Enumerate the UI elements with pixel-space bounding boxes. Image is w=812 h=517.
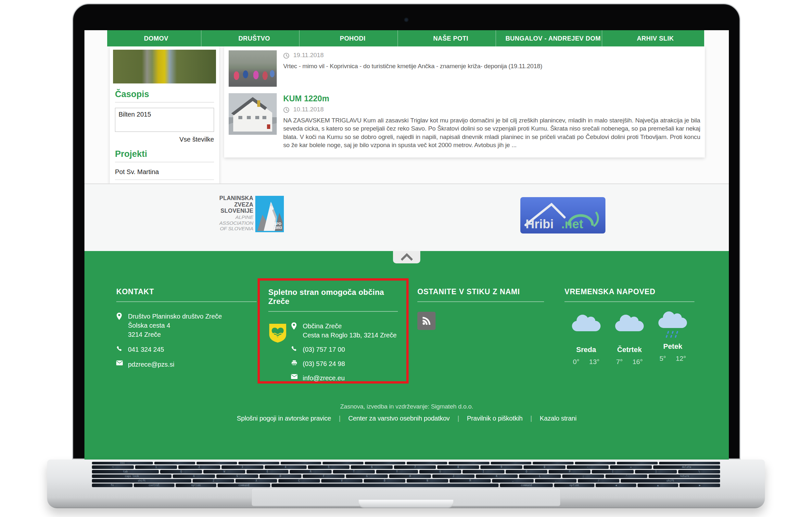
laptop-key: E xyxy=(246,470,288,473)
kontakt-email[interactable]: pdzrece@pzs.si xyxy=(128,360,174,369)
nav-item-arhiv-slik[interactable]: ARHIV SLIK xyxy=(610,30,700,47)
laptop-mockup-scene: DOMOV DRUŠTVO POHODI NAŠE POTI BUNGALOV … xyxy=(0,0,812,517)
kontakt-phone[interactable]: 041 324 245 xyxy=(128,345,164,354)
article-thumbnail[interactable] xyxy=(229,93,277,135)
nav-item-bungalov[interactable]: BUNGALOV - ANDREJEV DOM xyxy=(504,30,602,47)
sidebar-photo[interactable] xyxy=(113,50,216,83)
footer-link-piskotki[interactable]: Pravilnik o piškotkih xyxy=(459,415,530,422)
location-pin-icon xyxy=(291,321,298,340)
kontakt-address-line: 3214 Zreče xyxy=(128,330,222,339)
laptop-key: - xyxy=(567,465,609,469)
footer-kontakt-column: KONTAKT Društvo Planinsko društvo Zreče … xyxy=(116,287,257,375)
laptop-key: Y xyxy=(376,470,418,473)
sidebar-heading-casopis: Časopis xyxy=(115,89,214,103)
laptop-key xyxy=(448,462,489,464)
nav-item-nase-poti[interactable]: NAŠE POTI xyxy=(406,30,496,47)
laptop-key: 6 xyxy=(351,465,393,469)
laptop-key: shift xyxy=(92,479,191,483)
laptop-key xyxy=(407,462,447,464)
fax-printer-icon xyxy=(291,359,298,368)
laptop-key: 8 xyxy=(437,465,479,469)
location-pin-icon xyxy=(116,312,123,339)
footer-link-kazalo[interactable]: Kazalo strani xyxy=(532,415,584,422)
laptop-key: M xyxy=(450,479,491,483)
laptop-key: command xyxy=(500,484,552,487)
back-to-top-button[interactable] xyxy=(393,251,420,263)
temp-high: 16° xyxy=(632,358,643,366)
rss-icon[interactable] xyxy=(417,312,436,330)
clock-icon xyxy=(283,106,290,113)
laptop-key: W xyxy=(203,470,245,473)
laptop-screen-bezel: DOMOV DRUŠTVO POHODI NAŠE POTI BUNGALOV … xyxy=(72,3,741,460)
pzs-logo[interactable]: PLANINSKA ZVEZA SLOVENIJE ALPINE ASSOCIA… xyxy=(215,195,284,234)
sponsor-email[interactable]: info@zrece.eu xyxy=(303,373,345,382)
temp-high: 13° xyxy=(589,358,600,366)
laptop-key: ▲ xyxy=(638,484,678,487)
article-date: 19.11.2018 xyxy=(293,52,324,59)
kontakt-heading: KONTAKT xyxy=(116,287,257,302)
laptop-key: A xyxy=(173,475,215,478)
laptop-key: caps lock xyxy=(92,475,172,478)
nav-item-pohodi[interactable]: POHODI xyxy=(308,30,398,47)
weather-day: Petek 5° 12° xyxy=(651,312,694,366)
sidebar: Časopis Bilten 2015 Vse številke Projekt… xyxy=(110,47,219,185)
laptop-key: X xyxy=(235,479,277,483)
footer-links: Splošni pogoji in avtorske pravice | Cen… xyxy=(84,415,729,422)
footer-link-pogoji[interactable]: Splošni pogoji in avtorske pravice xyxy=(229,415,339,422)
laptop-key: K xyxy=(476,475,518,478)
keyboard: esc~1234567890-=deletetabQWERTYUIOP[]\ca… xyxy=(92,462,720,487)
laptop-key: ▶ xyxy=(679,484,720,487)
rain-drops-icon xyxy=(651,329,694,338)
laptop-key: 9 xyxy=(481,465,522,469)
article-item: 19.11.2018 Vrtec - mimo vil - Koprivnica… xyxy=(229,50,700,87)
chevron-up-icon xyxy=(401,253,413,265)
laptop-key: 7 xyxy=(394,465,436,469)
laptop-lid-notch xyxy=(358,500,454,508)
laptop-key xyxy=(281,462,321,464)
laptop-key: , xyxy=(492,479,534,483)
article-title-link[interactable]: KUM 1220m xyxy=(283,94,700,103)
bilten-link[interactable]: Bilten 2015 xyxy=(119,111,151,118)
laptop-key: / xyxy=(578,479,619,483)
laptop-key: N xyxy=(407,479,448,483)
laptop-key: V xyxy=(321,479,363,483)
laptop-key: H xyxy=(389,475,431,478)
webcam-icon xyxy=(404,18,408,22)
mail-icon xyxy=(116,360,123,369)
sponsor-phone[interactable]: (03) 757 17 00 xyxy=(303,345,345,354)
nav-item-domov[interactable]: DOMOV xyxy=(111,30,201,47)
laptop-key: T xyxy=(333,470,375,473)
laptop-key: fn xyxy=(92,484,133,487)
cloud-icon xyxy=(572,321,601,331)
obcina-zrece-shield-icon xyxy=(268,321,289,388)
sponsor-heading: Spletno stran omogoča občina Zreče xyxy=(268,288,398,312)
temp-low: 0° xyxy=(573,358,579,366)
laptop-key: F xyxy=(303,475,345,478)
laptop-key: I xyxy=(463,470,504,473)
laptop-key: ' xyxy=(605,475,647,478)
laptop-key: 0 xyxy=(524,465,566,469)
temp-high: 12° xyxy=(675,355,686,363)
all-issues-link[interactable]: Vse številke xyxy=(115,136,214,143)
laptop-key: S xyxy=(216,475,258,478)
nav-item-drustvo[interactable]: DRUŠTVO xyxy=(209,30,300,47)
pzs-logo-text: PLANINSKA xyxy=(215,195,253,202)
kontakt-address-line: Društvo Planinsko društvo Zreče xyxy=(128,312,222,321)
article-thumbnail[interactable] xyxy=(229,50,277,87)
hribi-net-logo[interactable]: Hribi .net xyxy=(520,197,605,233)
weather-day: Četrtek 7° 16° xyxy=(608,312,651,366)
project-link[interactable]: Pot Sv. Martina xyxy=(115,168,214,180)
social-heading: OSTANITE V STIKU Z NAMI xyxy=(417,287,544,302)
laptop-key: Q xyxy=(160,470,202,473)
svg-text:.net: .net xyxy=(561,217,583,231)
footer-link-varstvo[interactable]: Center za varstvo osebnih podatkov xyxy=(340,415,457,422)
article-excerpt: NA ZASAVSKEM TRIGLAVU Kum ali zasavski T… xyxy=(283,116,700,149)
laptop-key: J xyxy=(432,475,474,478)
laptop-key: . xyxy=(535,479,577,483)
main-navbar: DOMOV DRUŠTVO POHODI NAŠE POTI BUNGALOV … xyxy=(107,30,704,47)
temp-low: 5° xyxy=(659,355,666,363)
laptop-key: \ xyxy=(678,470,720,473)
laptop-base: esc~1234567890-=deletetabQWERTYUIOP[]\ca… xyxy=(47,460,765,508)
temp-low: 7° xyxy=(616,358,622,366)
article-item: KUM 1220m 10.11.2018 NA ZASAVSKEM TRIGLA… xyxy=(229,93,700,149)
